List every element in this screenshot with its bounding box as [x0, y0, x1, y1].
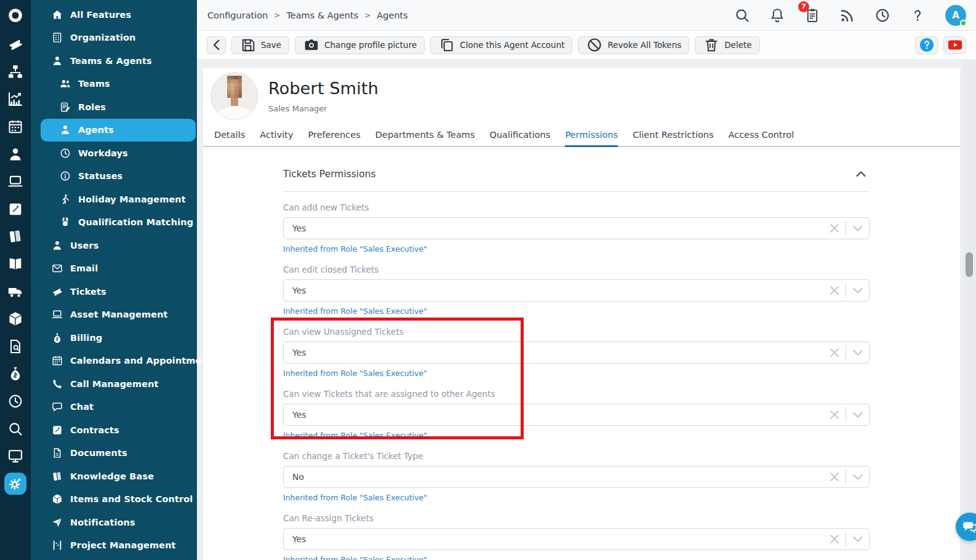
app-logo[interactable]: [0, 0, 31, 31]
sidebar-item-agents[interactable]: Agents: [41, 119, 196, 142]
can-view-unassigned-tickets-select[interactable]: Yes: [283, 342, 870, 364]
sidebar-item-documents[interactable]: Documents: [31, 442, 197, 465]
breadcrumb-agents[interactable]: Agents: [377, 10, 407, 20]
inherited-from-role-link[interactable]: Inherited from Role "Sales Executive": [283, 306, 427, 316]
sidebar-item-tickets[interactable]: Tickets: [31, 280, 197, 303]
sidebar-item-statuses[interactable]: Statuses: [31, 165, 197, 188]
history-clock-icon[interactable]: [874, 7, 891, 24]
sidebar-item-billing[interactable]: Billing: [31, 326, 197, 350]
can-add-new-tickets-select[interactable]: Yes: [283, 217, 870, 239]
clear-icon[interactable]: [823, 466, 846, 487]
rail-user[interactable]: [0, 140, 31, 168]
sidebar-item-label: Teams: [78, 79, 110, 89]
sidebar-item-workdays[interactable]: Workdays: [31, 142, 197, 165]
tab-qualifications[interactable]: Qualifications: [490, 124, 551, 146]
help-question-icon[interactable]: [909, 7, 926, 24]
clear-icon[interactable]: [823, 404, 846, 425]
sidebar-item-call-management[interactable]: Call Management: [31, 372, 197, 396]
rail-monitor[interactable]: [0, 442, 31, 470]
rail-settings[interactable]: [0, 470, 31, 498]
clear-icon[interactable]: [823, 529, 846, 550]
can-edit-closed-tickets-select[interactable]: Yes: [283, 279, 870, 302]
sidebar-item-teams-agents[interactable]: Teams & Agents: [31, 49, 197, 73]
sidebar-item-contracts[interactable]: Contracts: [31, 418, 197, 442]
sidebar-item-qualification-matching[interactable]: Qualification Matching: [31, 211, 197, 234]
rail-box[interactable]: [0, 305, 31, 333]
youtube-button[interactable]: [943, 36, 966, 54]
tasks-clipboard-icon[interactable]: 7: [804, 7, 821, 24]
clone-agent-button[interactable]: Clone this Agent Account: [430, 36, 572, 54]
chevron-down-icon[interactable]: [846, 404, 869, 425]
sidebar-item-holiday-management[interactable]: Holiday Management: [31, 188, 197, 211]
revoke-all-tokens-button[interactable]: Revoke All Tokens: [578, 36, 689, 54]
can-change-ticket-type-select[interactable]: No: [283, 466, 870, 488]
chevron-down-icon[interactable]: [846, 218, 869, 239]
sidebar-item-label: Items and Stock Control: [70, 494, 193, 504]
chevron-down-icon[interactable]: [846, 342, 869, 363]
button-label: Revoke All Tokens: [607, 40, 681, 50]
tab-client-restrictions[interactable]: Client Restrictions: [633, 124, 713, 146]
sidebar-item-chat[interactable]: Chat: [31, 396, 197, 419]
clear-icon[interactable]: [823, 218, 846, 239]
sidebar-item-teams[interactable]: Teams: [31, 73, 197, 96]
feed-rss-icon[interactable]: [839, 7, 856, 24]
vertical-scrollbar[interactable]: [962, 60, 976, 560]
inherited-from-role-link[interactable]: Inherited from Role "Sales Executive": [283, 493, 427, 503]
save-button[interactable]: Save: [231, 36, 289, 54]
breadcrumb-configuration[interactable]: Configuration: [207, 10, 268, 20]
inherited-from-role-link[interactable]: Inherited from Role "Sales Executive": [283, 431, 427, 441]
rail-money-bag[interactable]: [0, 360, 31, 388]
rail-truck[interactable]: [0, 278, 31, 305]
sidebar-item-users[interactable]: Users: [31, 234, 197, 257]
chevron-down-icon[interactable]: [846, 466, 869, 487]
can-view-tickets-assigned-to-others-select[interactable]: Yes: [283, 404, 870, 426]
collapse-section-button[interactable]: [852, 166, 870, 183]
rail-ticket[interactable]: [0, 31, 31, 58]
rail-compose[interactable]: [0, 196, 31, 223]
sidebar-item-all-features[interactable]: All Features: [31, 3, 197, 26]
sidebar-item-project-management[interactable]: Project Management: [31, 534, 197, 558]
clear-icon[interactable]: [823, 280, 846, 301]
rail-sitemap[interactable]: [0, 58, 31, 86]
notifications-bell-icon[interactable]: [769, 7, 786, 24]
tab-details[interactable]: Details: [214, 124, 245, 146]
rail-analytics[interactable]: [0, 86, 31, 113]
help-button[interactable]: [915, 36, 938, 54]
sidebar-item-asset-management[interactable]: Asset Management: [31, 303, 197, 327]
scrollbar-thumb[interactable]: [966, 252, 973, 277]
tab-departments-teams[interactable]: Departments & Teams: [375, 124, 475, 146]
rail-search[interactable]: [0, 415, 31, 442]
chevron-down-icon[interactable]: [846, 280, 869, 301]
back-button[interactable]: [207, 36, 226, 54]
sidebar-item-email[interactable]: Email: [31, 257, 197, 281]
delete-button[interactable]: Delete: [695, 36, 759, 54]
user-avatar[interactable]: A: [945, 5, 966, 26]
agent-role: Sales Manager: [268, 104, 378, 113]
can-reassign-tickets-select[interactable]: Yes: [283, 528, 870, 550]
sidebar-item-notifications[interactable]: Notifications: [31, 511, 197, 534]
tab-activity[interactable]: Activity: [260, 124, 293, 146]
tab-access-control[interactable]: Access Control: [729, 124, 794, 146]
inherited-from-role-link[interactable]: Inherited from Role "Sales Executive": [283, 244, 427, 254]
rail-document-search[interactable]: [0, 333, 31, 361]
inherited-from-role-link[interactable]: Inherited from Role "Sales Executive": [283, 555, 427, 560]
change-profile-picture-button[interactable]: Change profile picture: [295, 36, 425, 54]
chevron-down-icon[interactable]: [846, 529, 869, 550]
inherited-from-role-link[interactable]: Inherited from Role "Sales Executive": [283, 369, 427, 378]
clear-icon[interactable]: [823, 342, 846, 363]
sidebar-item-knowledge-base[interactable]: Knowledge Base: [31, 465, 197, 488]
sidebar-item-items-stock[interactable]: Items and Stock Control: [31, 488, 197, 511]
profile-picture[interactable]: [210, 72, 258, 120]
rail-laptop[interactable]: [0, 168, 31, 196]
tab-permissions[interactable]: Permissions: [565, 124, 618, 147]
rail-books[interactable]: [0, 223, 31, 250]
rail-clock[interactable]: [0, 388, 31, 415]
search-icon[interactable]: [734, 7, 751, 24]
tab-preferences[interactable]: Preferences: [308, 124, 361, 146]
sidebar-item-organization[interactable]: Organization: [31, 26, 197, 50]
sidebar-item-roles[interactable]: Roles: [31, 95, 197, 119]
rail-open-book[interactable]: [0, 250, 31, 278]
breadcrumb-teams-agents[interactable]: Teams & Agents: [286, 10, 358, 20]
rail-calendar[interactable]: [0, 113, 31, 141]
sidebar-item-calendars[interactable]: Calendars and Appointments: [31, 350, 197, 373]
